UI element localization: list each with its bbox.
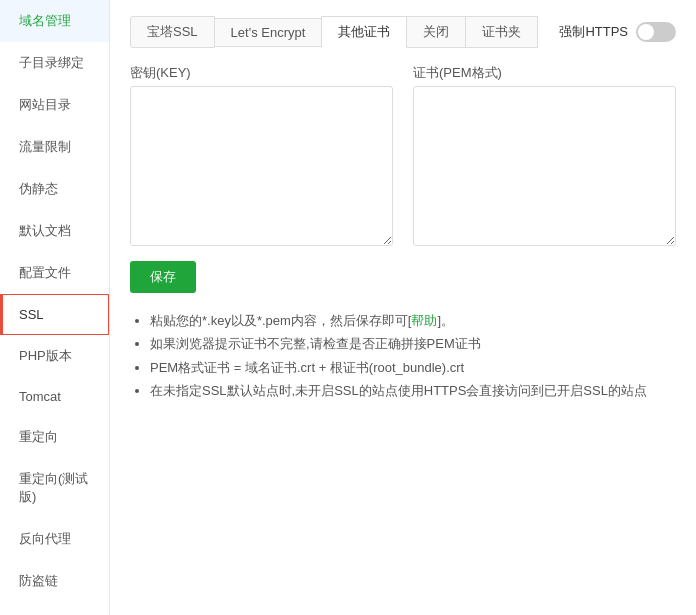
cert-field: 证书(PEM格式) [413,64,676,249]
tip-4: 在未指定SSL默认站点时,未开启SSL的站点使用HTTPS会直接访问到已开启SS… [150,379,676,402]
key-input[interactable] [130,86,393,246]
force-https-toggle[interactable] [636,22,676,42]
tip-3: PEM格式证书 = 域名证书.crt + 根证书(root_bundle).cr… [150,356,676,379]
cert-form-row: 密钥(KEY) 证书(PEM格式) [130,64,676,249]
cert-input[interactable] [413,86,676,246]
tab-baota-ssl[interactable]: 宝塔SSL [130,16,215,48]
force-https-label: 强制HTTPS [559,23,628,41]
sidebar-item-tomcat[interactable]: Tomcat [0,377,109,416]
main-content: 宝塔SSL Let's Encrypt 其他证书 关闭 证书夹 强制HTTPS … [110,0,696,615]
tips-list: 粘贴您的*.key以及*.pem内容，然后保存即可[帮助]。 如果浏览器提示证书… [130,309,676,403]
sidebar-item-php[interactable]: PHP版本 [0,335,109,377]
tab-cert-view[interactable]: 证书夹 [465,16,538,48]
tip-1: 粘贴您的*.key以及*.pem内容，然后保存即可[帮助]。 [150,309,676,332]
sidebar-item-access-log[interactable]: 响应日志 [0,602,109,615]
sidebar-item-subdir[interactable]: 子目录绑定 [0,42,109,84]
sidebar-item-reverse-proxy[interactable]: 反向代理 [0,518,109,560]
sidebar-item-redirect[interactable]: 重定向 [0,416,109,458]
tab-other-cert[interactable]: 其他证书 [321,16,407,48]
key-field: 密钥(KEY) [130,64,393,249]
sidebar-item-fake-static[interactable]: 伪静态 [0,168,109,210]
sidebar-item-domain[interactable]: 域名管理 [0,0,109,42]
help-link[interactable]: 帮助 [411,313,437,328]
tabs-bar: 宝塔SSL Let's Encrypt 其他证书 关闭 证书夹 强制HTTPS [130,16,676,48]
sidebar-item-default-doc[interactable]: 默认文档 [0,210,109,252]
sidebar-item-ssl[interactable]: SSL [0,294,109,335]
sidebar-item-config[interactable]: 配置文件 [0,252,109,294]
cert-label: 证书(PEM格式) [413,64,676,82]
save-button[interactable]: 保存 [130,261,196,293]
tip-2: 如果浏览器提示证书不完整,请检查是否正确拼接PEM证书 [150,332,676,355]
tab-lets-encrypt[interactable]: Let's Encrypt [214,18,323,47]
sidebar-item-traffic[interactable]: 流量限制 [0,126,109,168]
sidebar-item-redirect-test[interactable]: 重定向(测试版) [0,458,109,518]
force-https-container: 强制HTTPS [559,22,676,42]
tab-close[interactable]: 关闭 [406,16,466,48]
sidebar-item-sitedir[interactable]: 网站目录 [0,84,109,126]
sidebar: 域名管理 子目录绑定 网站目录 流量限制 伪静态 默认文档 配置文件 SSL P… [0,0,110,615]
sidebar-item-hotlink[interactable]: 防盗链 [0,560,109,602]
key-label: 密钥(KEY) [130,64,393,82]
